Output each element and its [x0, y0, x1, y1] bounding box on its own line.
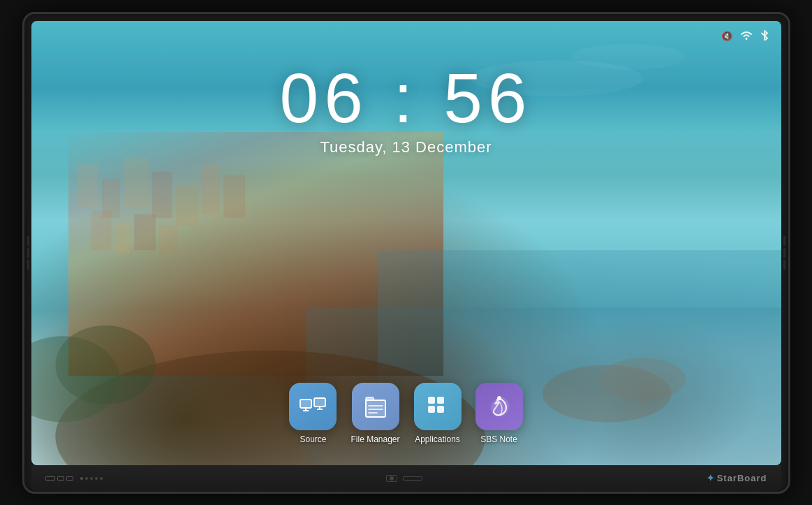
- dock-item-sbsnote[interactable]: SBS Note: [475, 383, 523, 444]
- status-bar: 🔇: [721, 29, 769, 43]
- svg-rect-32: [437, 397, 444, 404]
- muted-icon: 🔇: [721, 31, 732, 41]
- bluetooth-icon: [760, 29, 769, 43]
- sbsnote-icon: [485, 393, 513, 420]
- usb-port-1: [57, 476, 64, 481]
- svg-rect-27: [366, 400, 385, 417]
- clock-date: Tuesday, 13 December: [31, 138, 781, 156]
- filemanager-icon: [363, 393, 388, 420]
- screen-area: 🔇 06 : 56 Tuesda: [31, 21, 781, 465]
- bezel-center-controls: [386, 475, 422, 482]
- svg-rect-33: [428, 406, 435, 413]
- star-logo: ✦: [707, 473, 715, 483]
- dock-item-filemanager[interactable]: File Manager: [350, 383, 399, 444]
- usb-port-2: [66, 476, 73, 481]
- svg-rect-24: [314, 398, 325, 407]
- bezel-ports: [45, 476, 73, 481]
- filemanager-label: File Manager: [350, 434, 399, 444]
- source-label: Source: [300, 434, 326, 444]
- brand-label: ✦StarBoard: [707, 473, 767, 483]
- sbsnote-label: SBS Note: [480, 434, 517, 444]
- device-frame: 🔇 06 : 56 Tuesda: [22, 12, 790, 494]
- speaker-right: [783, 236, 785, 270]
- bottom-bezel: ✦StarBoard: [31, 465, 781, 492]
- applications-icon: [425, 394, 450, 419]
- svg-point-20: [745, 38, 747, 40]
- sbsnote-icon-bg: [475, 383, 523, 430]
- speaker-left: [27, 236, 29, 270]
- svg-rect-34: [437, 406, 444, 413]
- dock-item-applications[interactable]: Applications: [414, 383, 462, 444]
- source-icon-bg: [289, 383, 337, 430]
- applications-label: Applications: [415, 434, 460, 444]
- dock: Source File Manager: [31, 383, 781, 444]
- svg-rect-31: [428, 397, 435, 404]
- wifi-icon: [739, 30, 753, 42]
- screen-content: 🔇 06 : 56 Tuesda: [31, 21, 781, 465]
- hdmi-port: [45, 476, 55, 481]
- filemanager-icon-bg: [352, 383, 399, 430]
- svg-point-35: [497, 396, 501, 400]
- clock-time: 06 : 56: [31, 63, 781, 133]
- source-icon: [299, 395, 327, 418]
- dock-item-source[interactable]: Source: [289, 383, 337, 444]
- clock-area: 06 : 56 Tuesday, 13 December: [31, 63, 781, 156]
- bezel-left-controls: [45, 476, 103, 481]
- applications-icon-bg: [414, 383, 462, 430]
- svg-rect-21: [300, 400, 311, 408]
